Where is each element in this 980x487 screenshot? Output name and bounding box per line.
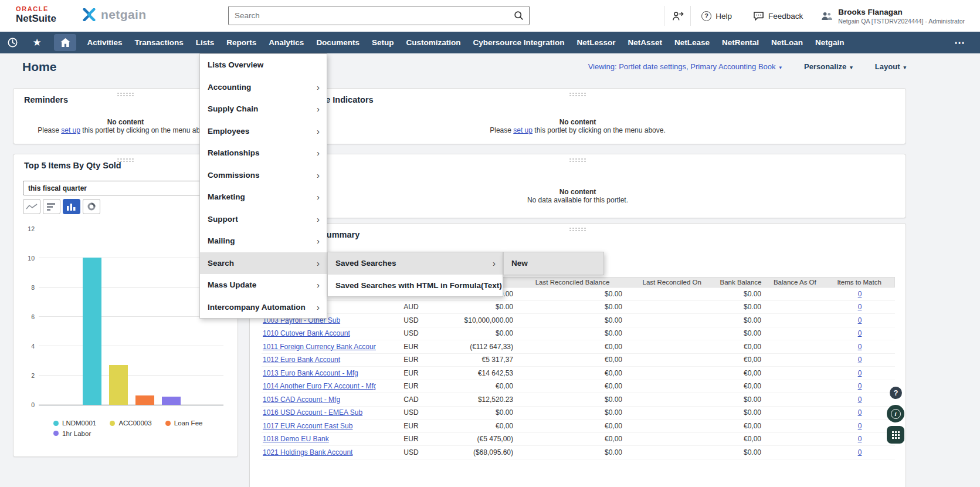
items-to-match-link[interactable]: 0 bbox=[858, 382, 862, 390]
oracle-netsuite-logo[interactable]: ORACLE NetSuite bbox=[16, 5, 56, 24]
portlet-drag-handle[interactable] bbox=[569, 92, 586, 97]
help-widget-button[interactable]: ? bbox=[890, 387, 902, 399]
account-link[interactable]: 1017 EUR Account East Sub bbox=[263, 422, 352, 430]
chevron-right-icon: › bbox=[317, 302, 320, 312]
menu-item-intercompany-automation[interactable]: Intercompany Automation› bbox=[200, 296, 327, 319]
bar-loan-fee[interactable] bbox=[135, 395, 154, 405]
nav-netrental[interactable]: NetRental bbox=[716, 38, 765, 47]
table-row: 1018 Demo EU BankEUR(€5 475,00)€0,00€0,0… bbox=[262, 433, 895, 447]
shortcuts-star-icon[interactable]: ★ bbox=[25, 32, 49, 53]
menu-item-new[interactable]: New bbox=[504, 252, 603, 275]
line-chart-icon[interactable] bbox=[23, 199, 40, 214]
nav-lists[interactable]: Lists bbox=[189, 38, 221, 47]
date-range-value: this fiscal quarter bbox=[28, 184, 87, 192]
menu-item-employees[interactable]: Employees› bbox=[200, 120, 327, 143]
portlet-drag-handle[interactable] bbox=[569, 227, 586, 232]
user-menu[interactable]: Brooks Flanagan Netgain QA [TSTDRV202444… bbox=[820, 8, 965, 25]
info-widget-button[interactable]: i bbox=[887, 405, 904, 422]
nav-documents[interactable]: Documents bbox=[310, 38, 366, 47]
menu-item-supply-chain[interactable]: Supply Chain› bbox=[200, 98, 327, 120]
dialpad-widget-button[interactable] bbox=[887, 426, 904, 444]
account-link[interactable]: 1016 USD Account - EMEA Sub bbox=[263, 408, 362, 417]
account-link[interactable]: 1010 Cutover Bank Account bbox=[263, 329, 350, 337]
menu-item-relationships[interactable]: Relationships› bbox=[200, 142, 327, 164]
question-mark-icon: ? bbox=[701, 11, 711, 21]
date-range-select[interactable]: this fiscal quarter ▾ bbox=[23, 181, 216, 195]
menu-item-accounting[interactable]: Accounting› bbox=[200, 76, 327, 99]
global-search-input[interactable] bbox=[229, 11, 514, 20]
menu-item-commissions[interactable]: Commissions› bbox=[200, 164, 327, 187]
account-link[interactable]: 1015 CAD Account - Mfg bbox=[263, 395, 340, 404]
items-to-match-link[interactable]: 0 bbox=[858, 395, 862, 404]
layout-button[interactable]: Layout▾ bbox=[875, 62, 906, 71]
bar-acc00003[interactable] bbox=[109, 365, 128, 405]
menu-item-mass-update[interactable]: Mass Update› bbox=[200, 274, 327, 296]
nav-netgain[interactable]: Netgain bbox=[809, 38, 851, 47]
setup-message: Please set up this portlet by clicking o… bbox=[250, 126, 906, 134]
nav-netlessor[interactable]: NetLessor bbox=[571, 38, 622, 47]
horizontal-bar-chart-icon[interactable] bbox=[43, 199, 60, 214]
portlet-drag-handle[interactable] bbox=[117, 92, 134, 97]
set-up-link[interactable]: set up bbox=[513, 126, 533, 134]
recent-records-icon[interactable] bbox=[0, 32, 25, 53]
nav-activities[interactable]: Activities bbox=[81, 38, 128, 47]
items-to-match-link[interactable]: 0 bbox=[858, 448, 862, 456]
menu-item-saved-searches-html[interactable]: Saved Searches with HTML in Formula(Text… bbox=[328, 275, 503, 297]
menu-item-saved-searches[interactable]: Saved Searches› bbox=[328, 252, 503, 275]
chevron-right-icon: › bbox=[493, 258, 496, 268]
nav-reports[interactable]: Reports bbox=[221, 38, 263, 47]
items-to-match-link[interactable]: 0 bbox=[858, 316, 862, 324]
items-to-match-link[interactable]: 0 bbox=[858, 422, 862, 430]
menu-item-mailing[interactable]: Mailing› bbox=[200, 230, 327, 252]
role-switch-icon[interactable] bbox=[664, 11, 690, 22]
account-link[interactable]: 1011 Foreign Currency Bank Account bbox=[263, 343, 376, 351]
netgain-logo: netgain bbox=[82, 8, 146, 22]
items-to-match-link[interactable]: 0 bbox=[858, 369, 862, 377]
portlet-title: Top 5 Items By Qty Sold bbox=[24, 161, 121, 170]
items-to-match-link[interactable]: 0 bbox=[858, 408, 862, 417]
menu-item-lists-overview[interactable]: Lists Overview bbox=[200, 54, 327, 76]
bar-lndm0001[interactable] bbox=[83, 258, 101, 405]
personalize-button[interactable]: Personalize▾ bbox=[804, 62, 853, 71]
items-to-match-link[interactable]: 0 bbox=[858, 303, 862, 311]
last-reconciled-balance-cell: $0.00 bbox=[517, 316, 628, 324]
set-up-link[interactable]: set up bbox=[61, 126, 80, 134]
nav-transactions[interactable]: Transactions bbox=[128, 38, 189, 47]
bar-1hr-labor[interactable] bbox=[162, 397, 181, 405]
last-reconciled-balance-cell: €0,00 bbox=[517, 422, 628, 430]
account-link[interactable]: 1014 Another Euro FX Account - Mfg bbox=[263, 382, 376, 390]
menu-item-support[interactable]: Support› bbox=[200, 208, 327, 231]
menu-item-search[interactable]: Search› bbox=[200, 252, 327, 275]
nav-more-button[interactable]: ⋯ bbox=[954, 36, 965, 49]
items-to-match-link[interactable]: 0 bbox=[858, 343, 862, 351]
vertical-bar-chart-icon[interactable] bbox=[63, 199, 80, 214]
account-link[interactable]: 1012 Euro Bank Account bbox=[263, 356, 340, 364]
account-link[interactable]: 1013 Euro Bank Account - Mfg bbox=[263, 369, 358, 377]
nav-netloan[interactable]: NetLoan bbox=[765, 38, 809, 47]
nav-analytics[interactable]: Analytics bbox=[263, 38, 310, 47]
nav-customization[interactable]: Customization bbox=[400, 38, 467, 47]
items-to-match-link[interactable]: 0 bbox=[858, 329, 862, 337]
nav-netasset[interactable]: NetAsset bbox=[622, 38, 669, 47]
nav-cybersource-integration[interactable]: Cybersource Integration bbox=[467, 38, 571, 47]
topbar: ORACLE NetSuite netgain ? Help bbox=[0, 0, 980, 32]
feedback-button[interactable]: Feedback bbox=[753, 11, 803, 21]
home-tab[interactable] bbox=[54, 34, 76, 51]
nav-netlease[interactable]: NetLease bbox=[669, 38, 716, 47]
user-info: Brooks Flanagan Netgain QA [TSTDRV202444… bbox=[838, 8, 965, 25]
y-tick-label: 8 bbox=[16, 284, 35, 291]
nav-setup[interactable]: Setup bbox=[365, 38, 400, 47]
pie-chart-icon[interactable] bbox=[83, 199, 100, 214]
account-link[interactable]: 1021 Holdings Bank Account bbox=[263, 448, 352, 456]
items-to-match-link[interactable]: 0 bbox=[858, 435, 862, 443]
items-to-match-link[interactable]: 0 bbox=[858, 290, 862, 298]
menu-item-marketing[interactable]: Marketing› bbox=[200, 186, 327, 208]
search-icon[interactable] bbox=[514, 11, 524, 21]
legend-dot bbox=[165, 421, 171, 426]
help-button[interactable]: ? Help bbox=[701, 11, 732, 21]
caret-down-icon: ▾ bbox=[903, 65, 906, 70]
viewing-settings-link[interactable]: Viewing: Portlet date settings, Primary … bbox=[588, 62, 782, 71]
portlet-drag-handle[interactable] bbox=[569, 158, 586, 163]
items-to-match-link[interactable]: 0 bbox=[858, 356, 862, 364]
account-link[interactable]: 1018 Demo EU Bank bbox=[263, 435, 329, 443]
